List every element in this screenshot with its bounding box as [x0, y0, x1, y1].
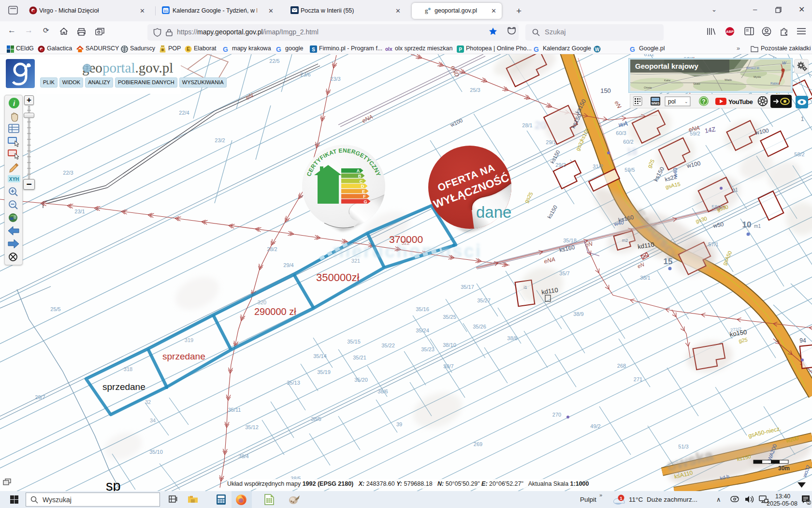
svg-text:Wado: Wado — [725, 78, 732, 81]
svg-text:290000 zł: 290000 zł — [254, 306, 296, 317]
svg-text:2: 2 — [808, 500, 810, 505]
svg-text:eNA: eNA — [543, 256, 556, 265]
svg-text:28/1: 28/1 — [522, 122, 532, 128]
svg-text:Skaw: Skaw — [693, 82, 700, 85]
svg-text:39: 39 — [396, 421, 402, 427]
svg-text:35/14: 35/14 — [313, 353, 327, 359]
svg-text:dane: dane — [476, 203, 511, 221]
svg-text:34: 34 — [150, 418, 156, 423]
svg-text:14Z: 14Z — [704, 125, 716, 134]
svg-text:G: G — [363, 199, 367, 204]
svg-text:E: E — [187, 46, 190, 52]
svg-text:gsA50: gsA50 — [721, 250, 733, 266]
svg-text:38/5: 38/5 — [311, 416, 321, 422]
svg-text:ks160: ks160 — [559, 244, 576, 254]
svg-text:g1: g1 — [732, 187, 738, 193]
svg-text:350000zł: 350000zł — [316, 271, 359, 284]
svg-text:60/2: 60/2 — [623, 139, 633, 145]
svg-text:57/1: 57/1 — [708, 241, 718, 247]
svg-text:m1: m1 — [754, 224, 761, 229]
svg-text:23/1: 23/1 — [74, 209, 85, 214]
svg-text:eN: eN — [613, 100, 623, 110]
svg-text:318: 318 — [124, 366, 132, 372]
svg-text:g25: g25 — [739, 337, 748, 344]
svg-text:35/21: 35/21 — [353, 355, 366, 360]
svg-text:35/16: 35/16 — [416, 306, 429, 312]
svg-text:⌄: ⌄ — [684, 99, 688, 104]
svg-text:S: S — [312, 47, 315, 52]
svg-text:25/5: 25/5 — [50, 306, 60, 312]
svg-text:28/2: 28/2 — [267, 246, 277, 252]
svg-text:ks150: ks150 — [546, 204, 558, 219]
svg-text:29/2: 29/2 — [555, 162, 566, 168]
svg-text:1: 1 — [801, 116, 804, 122]
svg-text:w40: w40 — [672, 168, 678, 178]
svg-text:38/7: 38/7 — [443, 363, 453, 369]
svg-text:?: ? — [702, 98, 705, 105]
svg-text:35/27: 35/27 — [477, 298, 491, 303]
svg-text:eND: eND — [450, 64, 461, 78]
svg-text:10: 10 — [742, 220, 752, 229]
svg-text:eN: eN — [637, 261, 645, 269]
svg-text:51/3: 51/3 — [678, 444, 688, 449]
svg-text:B: B — [358, 174, 362, 179]
svg-text:ABP: ABP — [726, 30, 734, 34]
svg-text:35/22: 35/22 — [381, 343, 395, 348]
svg-text:269: 269 — [474, 441, 482, 447]
svg-text:59/5: 59/5 — [624, 167, 635, 173]
svg-text:22/5: 22/5 — [269, 58, 279, 64]
svg-text:Beskid M.: Beskid M. — [746, 66, 760, 70]
svg-text:G: G — [276, 45, 281, 53]
svg-text:w100: w100 — [449, 117, 464, 128]
svg-text:268: 268 — [617, 363, 626, 369]
svg-text:ks150: ks150 — [652, 165, 666, 182]
svg-text:P: P — [459, 47, 462, 52]
svg-text:30m: 30m — [778, 465, 790, 472]
svg-text:w50: w50 — [712, 221, 724, 229]
svg-text:35/10: 35/10 — [149, 449, 163, 455]
svg-text:sprzedane: sprzedane — [162, 351, 205, 361]
svg-text:G: G — [534, 45, 539, 53]
svg-text:35/7: 35/7 — [559, 270, 569, 276]
svg-text:38/4: 38/4 — [238, 453, 248, 459]
svg-text:wA: wA — [618, 120, 628, 129]
svg-text:94: 94 — [799, 337, 806, 344]
svg-text:22/3: 22/3 — [63, 170, 73, 176]
svg-text:sprzedane: sprzedane — [102, 382, 145, 392]
svg-text:g: g — [425, 7, 428, 14]
svg-text:320: 320 — [258, 299, 266, 305]
svg-text:W: W — [595, 47, 600, 52]
svg-text:31: 31 — [164, 9, 168, 13]
svg-text:pol: pol — [668, 98, 676, 105]
svg-text:YouTube: YouTube — [728, 98, 753, 105]
svg-text:35/25: 35/25 — [443, 314, 456, 320]
svg-text:35/24: 35/24 — [416, 328, 429, 333]
svg-text:38/1: 38/1 — [640, 275, 650, 281]
svg-text:35/19: 35/19 — [317, 369, 331, 375]
svg-text:23/6: 23/6 — [300, 72, 310, 77]
svg-text:35/20: 35/20 — [354, 377, 368, 383]
svg-text:58/2: 58/2 — [794, 151, 804, 157]
svg-text:35/11: 35/11 — [228, 407, 241, 413]
svg-text:35/13: 35/13 — [287, 380, 300, 386]
svg-text:XYH: XYH — [9, 177, 19, 182]
svg-text:35/12: 35/12 — [245, 424, 259, 430]
svg-text:18: 18 — [626, 146, 637, 157]
svg-text:32: 32 — [145, 399, 151, 405]
svg-text:61/2: 61/2 — [644, 54, 654, 57]
svg-text:60/3: 60/3 — [616, 130, 626, 136]
svg-text:F: F — [363, 194, 366, 199]
svg-text:i1: i1 — [523, 285, 527, 290]
svg-text:38/6: 38/6 — [377, 388, 388, 394]
svg-text:WMS: WMS — [651, 102, 659, 105]
svg-text:319: 319 — [185, 337, 193, 343]
svg-text:Myśle: Myśle — [754, 75, 761, 78]
svg-text:29/7: 29/7 — [35, 394, 45, 400]
svg-text:20: 20 — [535, 119, 546, 131]
svg-text:Kalw: Kalw — [664, 79, 671, 82]
svg-text:31/2: 31/2 — [593, 164, 603, 169]
svg-text:49/2: 49/2 — [590, 423, 600, 429]
svg-text:Rabka: Rabka — [770, 82, 780, 85]
svg-text:29/1: 29/1 — [546, 139, 556, 145]
svg-text:23/3: 23/3 — [330, 76, 340, 82]
